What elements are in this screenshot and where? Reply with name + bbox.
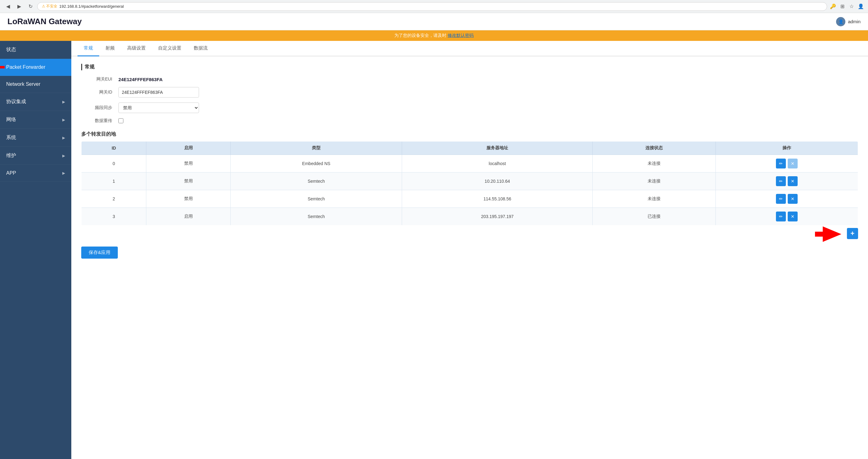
user-icon[interactable]: 👤: [858, 3, 864, 10]
cell-type: Semtech: [230, 172, 402, 190]
col-header-type: 类型: [230, 141, 402, 155]
tab-advanced[interactable]: 高级设置: [121, 41, 152, 56]
sidebar-item-label: 状态: [6, 46, 16, 53]
action-buttons: ✏ ✕: [721, 211, 853, 222]
cell-actions: ✏ ✕: [715, 208, 858, 226]
sidebar-item-app[interactable]: APP ▶: [0, 165, 71, 182]
sidebar-item-packet-forwarder[interactable]: Packet Forwarder: [0, 59, 71, 76]
sidebar-item-label: APP: [6, 170, 16, 176]
cell-type: Semtech: [230, 208, 402, 226]
section-title: 常规: [81, 64, 858, 70]
chevron-right-icon: ▶: [62, 154, 65, 158]
edit-button[interactable]: ✏: [776, 159, 786, 168]
browser-actions: 🔑 ⊞ ☆ 👤: [830, 3, 864, 10]
add-arrow-indicator: [813, 225, 844, 244]
add-row-container: +: [81, 228, 858, 239]
delete-button[interactable]: ✕: [788, 211, 798, 222]
sidebar-item-label: 系统: [6, 134, 16, 141]
col-header-server: 服务器地址: [402, 141, 593, 155]
tab-datastream[interactable]: 数据流: [188, 41, 214, 56]
chevron-right-icon: ▶: [62, 100, 65, 104]
sidebar-item-system[interactable]: 系统 ▶: [0, 129, 71, 147]
sidebar-item-label: 网络: [6, 117, 16, 123]
sidebar: 状态 Packet Forwarder Network Server 协议集成 …: [0, 41, 71, 459]
content-area: 常规 射频 高级设置 自定义设置 数据流 常规 网关EUI 24E124FFFE…: [71, 41, 868, 459]
svg-rect-1: [0, 66, 5, 68]
col-header-status: 连接状态: [593, 141, 716, 155]
header-user: 👤 admin: [836, 17, 861, 26]
alert-link[interactable]: 修改默认密码: [447, 33, 474, 38]
edit-button[interactable]: ✏: [776, 194, 786, 204]
sidebar-item-status[interactable]: 状态: [0, 41, 71, 59]
cell-enabled: 禁用: [146, 172, 230, 190]
sidebar-item-protocol-integration[interactable]: 协议集成 ▶: [0, 93, 71, 111]
edit-button[interactable]: ✏: [776, 211, 786, 222]
data-retrans-checkbox[interactable]: [118, 118, 123, 123]
alert-banner: 为了您的设备安全，请及时 修改默认密码: [0, 30, 868, 41]
star-icon[interactable]: ☆: [848, 3, 855, 10]
translate-icon[interactable]: ⊞: [839, 3, 846, 10]
cell-actions: ✏ ✕: [715, 172, 858, 190]
header: LoRaWAN Gateway 👤 admin: [0, 13, 868, 30]
cell-id: 3: [82, 208, 146, 226]
add-destination-button[interactable]: +: [847, 228, 858, 239]
sidebar-item-maintenance[interactable]: 维护 ▶: [0, 147, 71, 165]
app-logo: LoRaWAN Gateway: [7, 17, 82, 26]
cell-type: Semtech: [230, 190, 402, 208]
sidebar-arrow-indicator: [0, 64, 6, 71]
chevron-right-icon: ▶: [62, 171, 65, 175]
tabs: 常规 射频 高级设置 自定义设置 数据流: [71, 41, 868, 56]
key-icon[interactable]: 🔑: [830, 3, 836, 10]
refresh-button[interactable]: ↻: [26, 2, 35, 11]
table-row: 2 禁用 Semtech 114.55.108.56 未连接 ✏ ✕: [82, 190, 858, 208]
browser-chrome: ◀ ▶ ↻ ⚠ 不安全 192.168.8.1/#packetforward/g…: [0, 0, 868, 13]
destinations-table: ID 启用 类型 服务器地址 连接状态 操作 0 禁用 Embedded NS: [81, 141, 858, 226]
cell-enabled: 禁用: [146, 155, 230, 172]
delete-button[interactable]: ✕: [788, 194, 798, 204]
tab-general[interactable]: 常规: [78, 41, 99, 56]
url-text: 192.168.8.1/#packetforward/general: [59, 4, 124, 9]
delete-button[interactable]: ✕: [788, 159, 798, 168]
add-button-row: +: [81, 228, 858, 239]
edit-button[interactable]: ✏: [776, 176, 786, 186]
svg-rect-3: [815, 232, 832, 237]
tab-custom[interactable]: 自定义设置: [152, 41, 188, 56]
app: LoRaWAN Gateway 👤 admin 为了您的设备安全，请及时 修改默…: [0, 13, 868, 459]
col-header-id: ID: [82, 141, 146, 155]
sidebar-item-label: 协议集成: [6, 98, 26, 105]
cell-status: 未连接: [593, 155, 716, 172]
sidebar-item-label: Packet Forwarder: [6, 64, 45, 70]
table-row: 0 禁用 Embedded NS localhost 未连接 ✏ ✕: [82, 155, 858, 172]
multi-forward-title: 多个转发目的地: [81, 131, 858, 137]
table-row: 1 禁用 Semtech 10.20.110.64 未连接 ✏ ✕: [82, 172, 858, 190]
tab-radio[interactable]: 射频: [99, 41, 121, 56]
delete-button[interactable]: ✕: [788, 176, 798, 186]
cell-enabled: 启用: [146, 208, 230, 226]
form-content: 常规 网关EUI 24E124FFFEF863FA 网关ID 频段同步 禁用启用: [71, 56, 868, 266]
sidebar-item-label: Network Server: [6, 81, 40, 87]
data-retrans-label: 数据重传: [81, 118, 112, 124]
gateway-id-input[interactable]: [118, 87, 199, 98]
cell-id: 1: [82, 172, 146, 190]
username: admin: [848, 19, 861, 24]
data-retrans-row: 数据重传: [81, 118, 858, 124]
back-button[interactable]: ◀: [4, 2, 12, 11]
freq-sync-select[interactable]: 禁用启用: [118, 102, 199, 113]
gateway-eui-value: 24E124FFFEF863FA: [118, 77, 163, 82]
sidebar-item-network[interactable]: 网络 ▶: [0, 111, 71, 129]
action-buttons: ✏ ✕: [721, 176, 853, 186]
save-apply-button[interactable]: 保存&应用: [81, 247, 118, 259]
avatar: 👤: [836, 17, 845, 26]
forward-button[interactable]: ▶: [15, 2, 24, 11]
cell-actions: ✏ ✕: [715, 155, 858, 172]
sidebar-item-network-server[interactable]: Network Server: [0, 76, 71, 93]
sidebar-item-label: 维护: [6, 152, 16, 159]
cell-status: 已连接: [593, 208, 716, 226]
freq-sync-label: 频段同步: [81, 105, 112, 110]
cell-status: 未连接: [593, 190, 716, 208]
alert-text: 为了您的设备安全，请及时: [394, 33, 446, 38]
address-bar[interactable]: ⚠ 不安全 192.168.8.1/#packetforward/general: [37, 2, 827, 11]
table-header: ID 启用 类型 服务器地址 连接状态 操作: [82, 141, 858, 155]
chevron-right-icon: ▶: [62, 136, 65, 140]
cell-type: Embedded NS: [230, 155, 402, 172]
